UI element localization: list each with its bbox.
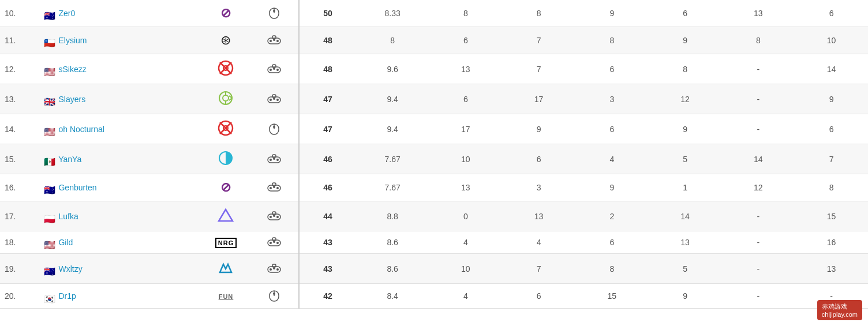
avg-cell: 8 (356, 27, 429, 54)
player-link[interactable]: Genburten (58, 183, 96, 192)
svg-marker-46 (219, 209, 233, 221)
player-cell[interactable]: 🇬🇧 Slayers (39, 84, 202, 114)
avg-cell: 8.6 (356, 231, 429, 254)
points-cell: 42 (299, 284, 356, 309)
table-row: 17. 🇵🇱 Lufka 44 8.8 0 13 2 14 - 15 (0, 201, 868, 231)
stat-c5: - (721, 114, 795, 144)
player-link[interactable]: Dr1p (58, 291, 76, 301)
stat-c5: 14 (721, 144, 795, 174)
player-link[interactable]: Gild (58, 238, 73, 247)
player-link[interactable]: Wxltzy (58, 264, 82, 273)
stat-c5: 13 (721, 0, 795, 27)
svg-point-18 (223, 95, 229, 101)
svg-rect-27 (272, 95, 276, 98)
svg-point-37 (270, 159, 272, 161)
avg-cell: 8.8 (356, 201, 429, 231)
stat-c1: 4 (429, 284, 503, 309)
stat-c4: 5 (649, 144, 722, 174)
rank-cell: 12. (0, 54, 39, 84)
svg-point-48 (270, 216, 272, 218)
player-cell[interactable]: 🇦🇺 Zer0 (39, 0, 202, 27)
stat-c1: 0 (429, 201, 503, 231)
stat-c6: 6 (795, 0, 868, 27)
svg-point-26 (276, 99, 279, 101)
svg-point-50 (276, 216, 279, 218)
player-cell[interactable]: 🇦🇺 Genburten (39, 174, 202, 201)
input-type-cell (250, 114, 299, 144)
player-cell[interactable]: 🇦🇺 Wxltzy (39, 254, 202, 284)
stat-c4: 5 (649, 254, 722, 284)
points-cell: 46 (299, 174, 356, 201)
player-cell[interactable]: 🇺🇸 Gild (39, 231, 202, 254)
points-cell: 48 (299, 54, 356, 84)
flag-icon: 🇦🇺 (44, 266, 54, 273)
player-link[interactable]: Elysium (58, 36, 87, 45)
player-link[interactable]: sSikezz (58, 65, 86, 74)
stat-c3: 4 (575, 144, 649, 174)
stat-c3: 6 (575, 231, 649, 254)
player-cell[interactable]: 🇲🇽 YanYa (39, 144, 202, 174)
stat-c1: 6 (429, 27, 503, 54)
stat-c5: - (721, 284, 795, 309)
table-row: 15. 🇲🇽 YanYa 46 7.67 10 6 4 5 14 7 (0, 144, 868, 174)
player-cell[interactable]: 🇨🇱 Elysium (39, 27, 202, 54)
player-cell[interactable]: 🇺🇸 sSikezz (39, 54, 202, 84)
table-row: 11. 🇨🇱 Elysium ⊛ 48 8 6 7 8 9 8 10 (0, 27, 868, 54)
svg-rect-56 (272, 238, 276, 241)
input-type-cell (250, 231, 299, 254)
stat-c3: 2 (575, 201, 649, 231)
svg-point-15 (276, 69, 279, 71)
table-row: 12. 🇺🇸 sSikezz 48 9.6 13 7 6 8 - 14 (0, 54, 868, 84)
stat-c5: - (721, 201, 795, 231)
team-logo-cell: ⊛ (201, 27, 250, 54)
player-cell[interactable]: 🇺🇸 oh Nocturnal (39, 114, 202, 144)
stat-c5: - (721, 84, 795, 114)
svg-point-65 (273, 293, 275, 295)
stat-c1: 13 (429, 54, 503, 84)
stat-c4: 6 (649, 0, 722, 27)
rank-cell: 10. (0, 0, 39, 27)
player-link[interactable]: Lufka (58, 212, 78, 221)
rank-cell: 17. (0, 201, 39, 231)
stat-c6: 10 (795, 27, 868, 54)
flag-icon: 🇦🇺 (44, 185, 54, 192)
team-logo-cell (201, 54, 250, 84)
stat-c6: 13 (795, 254, 868, 284)
team-logo-cell: NRG (201, 231, 250, 254)
player-cell[interactable]: 🇰🇷 Dr1p (39, 284, 202, 309)
points-cell: 43 (299, 231, 356, 254)
stat-c6: 16 (795, 231, 868, 254)
team-logo-cell: ⊘ (201, 0, 250, 27)
svg-rect-16 (272, 65, 276, 68)
stat-c4: 9 (649, 284, 722, 309)
points-cell: 43 (299, 254, 356, 284)
points-cell: 46 (299, 144, 356, 174)
stat-c4: 12 (649, 84, 722, 114)
flag-icon: 🇲🇽 (44, 156, 54, 163)
stat-c5: - (721, 54, 795, 84)
stat-c1: 6 (429, 84, 503, 114)
points-cell: 47 (299, 114, 356, 144)
input-type-cell (250, 174, 299, 201)
input-type-cell (250, 84, 299, 114)
team-logo-cell (201, 84, 250, 114)
stat-c1: 13 (429, 174, 503, 201)
stat-c1: 10 (429, 254, 503, 284)
stat-c2: 3 (502, 174, 575, 201)
stat-c3: 15 (575, 284, 649, 309)
stat-c2: 7 (502, 54, 575, 84)
player-link[interactable]: Slayers (58, 95, 85, 104)
input-type-cell (250, 284, 299, 309)
svg-rect-7 (272, 36, 276, 39)
stat-c5: 12 (721, 174, 795, 201)
svg-point-59 (270, 268, 272, 271)
player-link[interactable]: Zer0 (58, 9, 75, 18)
player-link[interactable]: oh Nocturnal (58, 125, 104, 134)
input-type-cell (250, 144, 299, 174)
player-link[interactable]: YanYa (58, 155, 81, 164)
stat-c3: 8 (575, 27, 649, 54)
player-cell[interactable]: 🇵🇱 Lufka (39, 201, 202, 231)
team-logo-cell (201, 144, 250, 174)
stat-c2: 6 (502, 144, 575, 174)
svg-point-55 (276, 242, 279, 244)
